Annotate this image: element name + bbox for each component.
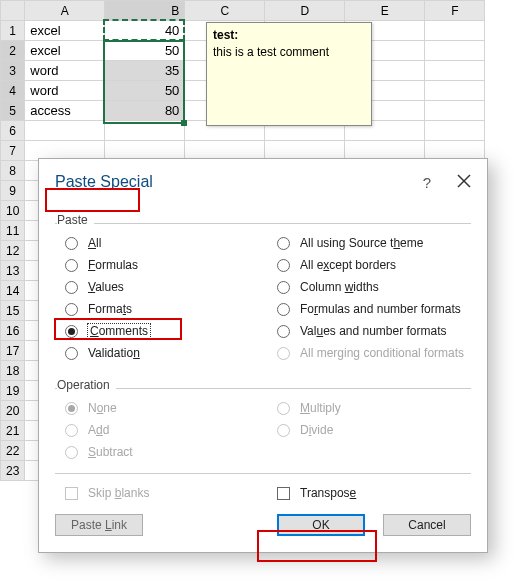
comment-body: this is a test comment <box>213 44 365 61</box>
radio-add: Add <box>65 423 259 437</box>
select-all-corner[interactable] <box>1 1 25 21</box>
cancel-button[interactable]: Cancel <box>383 514 471 536</box>
close-button[interactable] <box>457 174 471 191</box>
section-paste-label: Paste <box>57 213 94 227</box>
comment-title: test: <box>213 27 365 44</box>
radio-source-theme[interactable]: All using Source theme <box>277 236 471 250</box>
row-header[interactable]: 6 <box>1 121 25 141</box>
radio-subtract: Subtract <box>65 445 259 459</box>
cell[interactable]: 80 <box>105 101 185 121</box>
col-header-d[interactable]: D <box>265 1 345 21</box>
radio-formats[interactable]: Formats <box>65 302 259 316</box>
cell[interactable]: 40 <box>105 21 185 41</box>
radio-values[interactable]: Values <box>65 280 259 294</box>
cell[interactable]: word <box>25 61 105 81</box>
radio-values-num[interactable]: Values and number formats <box>277 324 471 338</box>
col-header-b[interactable]: B <box>105 1 185 21</box>
cell[interactable]: 50 <box>105 81 185 101</box>
radio-validation[interactable]: Validation <box>65 346 259 360</box>
cell[interactable]: excel <box>25 41 105 61</box>
cell[interactable]: 50 <box>105 41 185 61</box>
radio-column-widths[interactable]: Column widths <box>277 280 471 294</box>
cell[interactable]: excel <box>25 21 105 41</box>
row-header[interactable]: 1 <box>1 21 25 41</box>
check-transpose[interactable]: Transpose <box>277 486 471 500</box>
cell[interactable]: word <box>25 81 105 101</box>
help-button[interactable]: ? <box>423 174 431 191</box>
radio-all[interactable]: All <box>65 236 259 250</box>
check-skip-blanks: Skip blanks <box>65 486 259 500</box>
radio-formulas[interactable]: Formulas <box>65 258 259 272</box>
dialog-title: Paste Special <box>55 173 153 191</box>
col-header-e[interactable]: E <box>345 1 425 21</box>
cell[interactable]: access <box>25 101 105 121</box>
close-icon <box>457 174 471 188</box>
cell-comment: test: this is a test comment <box>206 22 372 126</box>
col-header-a[interactable]: A <box>25 1 105 21</box>
radio-comments[interactable]: Comments <box>65 324 259 338</box>
row-header[interactable]: 3 <box>1 61 25 81</box>
ok-button[interactable]: OK <box>277 514 365 536</box>
row-header[interactable]: 2 <box>1 41 25 61</box>
radio-merge-cond: All merging conditional formats <box>277 346 471 360</box>
cell[interactable]: 35 <box>105 61 185 81</box>
radio-divide: Divide <box>277 423 471 437</box>
radio-multiply: Multiply <box>277 401 471 415</box>
section-operation-label: Operation <box>57 378 116 392</box>
radio-formulas-num[interactable]: Formulas and number formats <box>277 302 471 316</box>
radio-except-borders[interactable]: All except borders <box>277 258 471 272</box>
col-header-f[interactable]: F <box>425 1 485 21</box>
row-header[interactable]: 4 <box>1 81 25 101</box>
col-header-c[interactable]: C <box>185 1 265 21</box>
paste-link-button: Paste Link <box>55 514 143 536</box>
radio-none: None <box>65 401 259 415</box>
row-header[interactable]: 5 <box>1 101 25 121</box>
paste-special-dialog: Paste Special ? Paste All Formulas Value… <box>38 158 488 553</box>
